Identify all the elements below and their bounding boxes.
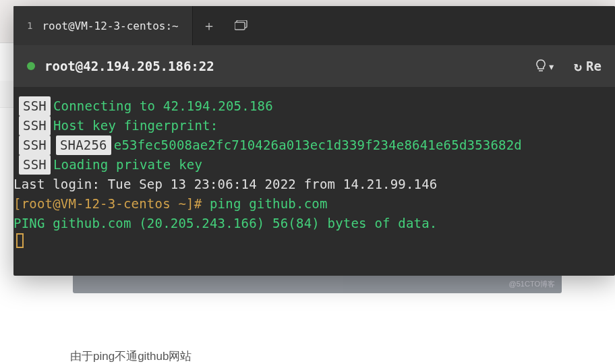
ssh-badge: SSH <box>19 135 51 155</box>
ssh-badge: SSH <box>19 116 51 135</box>
terminal-tab[interactable]: 1 root@VM-12-3-centos:~ <box>13 6 193 45</box>
ssh-badge: SSH <box>19 155 51 175</box>
refresh-icon: ↻ <box>574 58 582 74</box>
svg-rect-1 <box>235 22 245 30</box>
terminal-line: Host key fingerprint: <box>53 116 218 135</box>
terminal-line: Connecting to 42.194.205.186 <box>53 96 273 116</box>
tab-index: 1 <box>27 20 32 31</box>
terminal-tabbar: 1 root@VM-12-3-centos:~ ＋ <box>13 6 615 45</box>
terminal-line: e53fec5008ae2fc710426a013ec1d339f234e864… <box>114 135 522 155</box>
new-tab-button[interactable]: ＋ <box>193 6 225 45</box>
chevron-down-icon: ▾ <box>548 59 555 73</box>
hint-button[interactable]: ▾ <box>535 59 555 73</box>
terminal-statusbar: root@42.194.205.186:22 ▾ ↻ Re <box>13 45 615 87</box>
terminal-line: Loading private key <box>53 155 202 175</box>
windows-icon[interactable] <box>225 6 258 45</box>
reconnect-button[interactable]: ↻ Re <box>574 58 602 74</box>
terminal-body[interactable]: SSH Connecting to 42.194.205.186 SSH Hos… <box>13 87 615 248</box>
connection-status-dot <box>27 62 35 70</box>
connection-title: root@42.194.205.186:22 <box>45 59 214 73</box>
terminal-cursor <box>16 233 24 248</box>
shell-prompt: [root@VM-12-3-centos ~]# <box>13 194 210 214</box>
terminal-line: Last login: Tue Sep 13 23:06:14 2022 fro… <box>13 175 615 194</box>
terminal-line: PING github.com (20.205.243.166) 56(84) … <box>13 214 615 233</box>
sha-badge: SHA256 <box>56 135 111 155</box>
shell-command: ping github.com <box>210 194 328 214</box>
tab-title: root@VM-12-3-centos:~ <box>42 20 178 32</box>
ssh-badge: SSH <box>19 96 51 116</box>
reconnect-label: Re <box>586 59 602 73</box>
terminal-window: 1 root@VM-12-3-centos:~ ＋ root@42.194.20… <box>13 6 615 276</box>
body-text: 由于ping不通github网站 <box>70 348 192 364</box>
